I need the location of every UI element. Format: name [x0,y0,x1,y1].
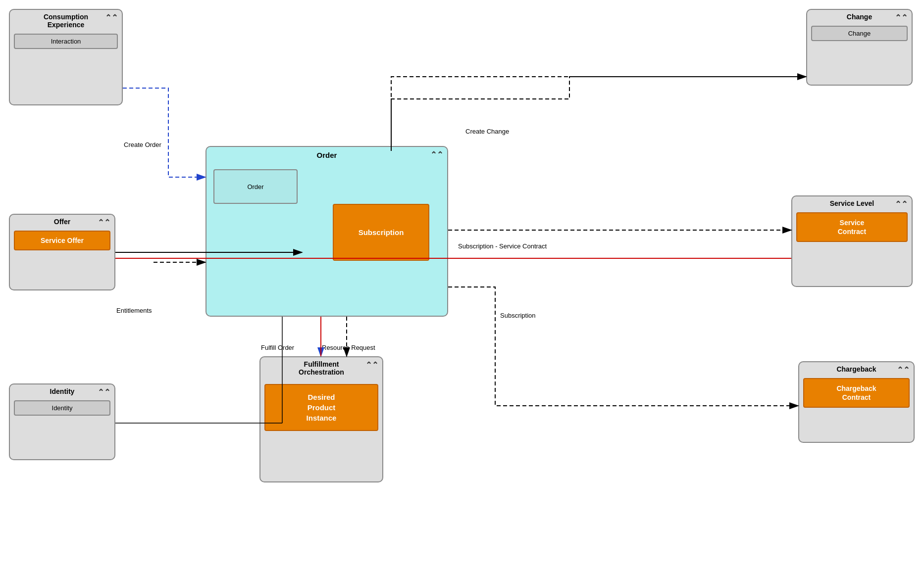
order-central-box: Order ⌃⌃ Order Subscription [205,146,448,317]
identity-corner: ⌃⌃ [98,387,110,397]
chargeback-box: Chargeback ⌃⌃ ChargebackContract [798,361,915,443]
change-inner-box: Change [811,26,908,41]
chargeback-corner: ⌃⌃ [897,365,910,375]
identity-box: Identity ⌃⌃ Identity [9,383,115,460]
subscription-label-right: Subscription [500,312,536,319]
entitlements-label: Entitlements [116,307,152,314]
fulfillment-corner: ⌃⌃ [365,360,378,370]
identity-title: Identity ⌃⌃ [10,384,114,397]
interaction-inner-box: Interaction [14,34,118,49]
order-inner-label: Order [247,183,263,191]
consumption-experience-title: ConsumptionExperience ⌃⌃ [10,10,122,31]
order-central-title: Order ⌃⌃ [206,147,447,161]
service-offer-box: Service Offer [14,231,110,250]
change-corner: ⌃⌃ [895,13,908,22]
identity-inner-box: Identity [14,400,110,416]
subscription-box: Subscription [333,204,429,261]
create-order-label: Create Order [124,141,161,148]
service-contract-box: ServiceContract [796,212,908,242]
change-title: Change ⌃⌃ [807,10,912,23]
service-level-corner: ⌃⌃ [895,199,908,209]
fulfillment-box: FulfillmentOrchestration ⌃⌃ DesiredProdu… [259,356,383,482]
service-level-title: Service Level ⌃⌃ [792,196,912,209]
subscription-chargeback-arrow [448,287,798,406]
chargeback-title: Chargeback ⌃⌃ [799,362,914,375]
subscription-label: Subscription [359,228,404,237]
order-central-corner: ⌃⌃ [430,150,443,159]
create-change-arrow2 [391,77,806,151]
chargeback-contract-box: ChargebackContract [803,378,910,408]
resource-request-label: Resource Request [322,344,375,351]
consumption-experience-box: ConsumptionExperience ⌃⌃ Interaction [9,9,123,105]
diagram-container: ConsumptionExperience ⌃⌃ Interaction Off… [0,0,924,573]
offer-title: Offer ⌃⌃ [10,215,114,228]
subscription-service-contract-label: Subscription - Service Contract [458,242,547,250]
arrows-svg [0,0,924,573]
fulfill-order-label: Fulfill Order [261,344,294,351]
consumption-experience-corner: ⌃⌃ [105,13,118,22]
create-change-label: Create Change [465,128,509,135]
create-order-arrow [123,88,205,177]
offer-corner: ⌃⌃ [98,218,110,227]
order-inner-box: Order [213,169,298,204]
create-change-arrow [391,77,806,148]
fulfillment-title: FulfillmentOrchestration ⌃⌃ [260,357,382,378]
desired-product-instance-box: DesiredProductInstance [264,384,378,431]
service-level-box: Service Level ⌃⌃ ServiceContract [791,195,913,287]
offer-box: Offer ⌃⌃ Service Offer [9,214,115,290]
change-box: Change ⌃⌃ Change [806,9,913,86]
